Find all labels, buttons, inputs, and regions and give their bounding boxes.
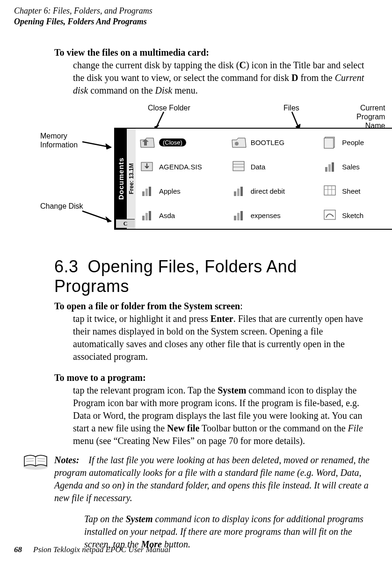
file-label: Sales — [342, 163, 360, 171]
inline-italic: File — [348, 423, 363, 433]
notes-text: Tap on the — [84, 514, 126, 524]
chart-icon — [322, 160, 338, 174]
section-title: Opening Files, Folders And Programs — [54, 257, 297, 296]
file-label: Data — [251, 163, 266, 171]
install-icon — [139, 160, 155, 174]
folder-icon — [231, 135, 247, 149]
files-grid: (Close) BOOTLEG People AGENDA.SIS — [136, 129, 392, 229]
svg-rect-26 — [324, 186, 335, 195]
annotation-current-program: Current Program Name — [356, 103, 385, 131]
lead-text: To view the files on a multimedia card: — [54, 47, 209, 58]
folder-item[interactable]: BOOTLEG — [231, 131, 317, 153]
document-icon — [322, 135, 338, 149]
svg-point-10 — [235, 142, 239, 146]
lead-text: To open a file or folder from the System… — [54, 301, 240, 311]
file-item[interactable]: Apples — [139, 180, 225, 202]
body-text: tap it twice, or highlight it and press — [73, 313, 211, 324]
svg-rect-30 — [142, 216, 145, 220]
chart-icon — [231, 208, 247, 222]
file-label: Asda — [159, 211, 175, 219]
svg-rect-34 — [237, 213, 240, 220]
svg-marker-9 — [106, 217, 111, 222]
body-text: from the — [298, 73, 334, 83]
svg-rect-21 — [145, 189, 148, 196]
inline-bold: D — [291, 73, 298, 83]
body-text: change the current disk by tapping the d… — [73, 60, 239, 70]
page-footer: 68Psion Teklogix netpad EPOC User Manual — [14, 545, 171, 554]
svg-rect-19 — [332, 162, 334, 172]
lead-text: To move to a program: — [54, 372, 146, 383]
memory-gauge[interactable]: Free: 13.1M — [126, 129, 136, 229]
file-label: direct debit — [251, 187, 285, 195]
file-item[interactable]: Sales — [322, 156, 392, 177]
body-text: Toolbar button or the command on the — [199, 423, 348, 433]
file-item[interactable]: direct debit — [231, 180, 317, 202]
running-header: Chapter 6: Files, Folders, and Programs … — [14, 6, 378, 27]
file-item[interactable]: People — [322, 131, 392, 153]
disk-selector[interactable]: C — [116, 219, 135, 228]
page-number: 68 — [14, 545, 22, 554]
svg-rect-22 — [149, 187, 151, 196]
data-icon — [231, 160, 247, 174]
sheet-icon — [322, 184, 338, 198]
close-pill: (Close) — [159, 138, 186, 146]
arrow-icon — [81, 209, 116, 223]
file-item[interactable]: AGENDA.SIS — [139, 156, 225, 177]
chart-icon — [139, 184, 155, 198]
file-label: BOOTLEG — [251, 138, 285, 146]
inline-italic: Disk — [155, 85, 173, 95]
file-label: People — [342, 138, 364, 146]
file-label: Apples — [159, 187, 181, 195]
inline-bold: Enter — [211, 313, 233, 324]
arrow-icon — [81, 140, 116, 151]
svg-rect-35 — [240, 211, 243, 220]
file-label: AGENDA.SIS — [159, 163, 202, 171]
file-item[interactable]: Sketch — [322, 204, 392, 226]
section-line: Opening Files, Folders And Programs — [14, 16, 378, 27]
manual-title: Psion Teklogix netpad EPOC User Manual — [33, 545, 171, 554]
file-label: expenses — [251, 211, 281, 219]
svg-rect-32 — [149, 211, 151, 220]
notes-label: Notes: — [54, 455, 79, 465]
annotation-change-disk: Change Disk — [40, 202, 83, 211]
chapter-line: Chapter 6: Files, Folders, and Programs — [14, 6, 378, 16]
annotation-memory-info: Memory Information — [40, 131, 78, 149]
svg-rect-31 — [145, 213, 148, 220]
title-bar[interactable]: Documents — [115, 129, 126, 229]
close-folder-item[interactable]: (Close) — [139, 131, 225, 153]
inline-bold-italic: System — [126, 514, 153, 524]
svg-marker-7 — [106, 144, 111, 149]
inline-bold: C — [239, 60, 246, 70]
svg-rect-24 — [237, 189, 240, 196]
notes-icon — [22, 453, 49, 471]
svg-rect-33 — [234, 216, 236, 220]
file-label: Sheet — [342, 187, 360, 195]
body-text: command on the — [88, 85, 155, 95]
file-item[interactable]: expenses — [231, 204, 317, 226]
svg-rect-17 — [325, 167, 327, 172]
body-text: tap the relevant program icon. Tap the — [73, 385, 218, 395]
body-text: menu (see “Creating New Files” on page 7… — [73, 436, 305, 446]
svg-rect-12 — [324, 138, 334, 148]
chart-icon — [231, 184, 247, 198]
svg-rect-23 — [234, 191, 236, 196]
file-item[interactable]: Sheet — [322, 180, 392, 202]
file-item[interactable]: Data — [231, 156, 317, 177]
file-item[interactable]: Asda — [139, 204, 225, 226]
system-screenshot-figure: Close Folder Files Current Program Name … — [54, 103, 375, 244]
sketch-icon — [322, 208, 338, 222]
inline-bold: New file — [167, 423, 199, 433]
svg-rect-25 — [240, 187, 243, 196]
lead-colon: : — [240, 301, 243, 311]
body-text: menu. — [172, 85, 197, 95]
notes-text: If the last file you were looking at has… — [54, 455, 370, 503]
inline-bold: System — [218, 385, 246, 395]
chart-icon — [139, 208, 155, 222]
svg-rect-18 — [328, 164, 331, 172]
section-heading: 6.3Opening Files, Folders And Programs — [54, 257, 375, 296]
svg-rect-36 — [324, 210, 335, 219]
folder-up-icon — [139, 135, 155, 149]
svg-rect-14 — [233, 161, 244, 171]
section-number: 6.3 — [54, 257, 79, 276]
svg-rect-20 — [142, 191, 145, 196]
